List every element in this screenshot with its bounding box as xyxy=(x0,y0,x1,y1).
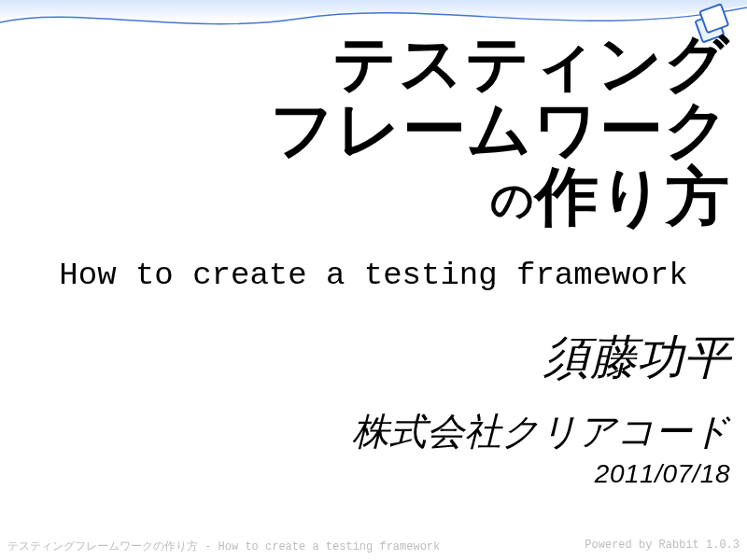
slide-footer: テスティングフレームワークの作り方 - How to create a test… xyxy=(0,539,747,556)
footer-right-text: Powered by Rabbit 1.0.3 xyxy=(585,539,740,554)
title-line-1: テスティング xyxy=(17,30,730,96)
title-particle-no: の xyxy=(490,175,535,224)
subtitle-english: How to create a testing framework xyxy=(17,258,730,293)
author-name: 須藤功平 xyxy=(17,327,730,389)
company-name: 株式会社クリアコード xyxy=(17,406,730,457)
title-line-3-rest: 作り方 xyxy=(535,161,730,231)
title-japanese: テスティング フレームワーク の作り方 xyxy=(17,30,730,230)
footer-left-text: テスティングフレームワークの作り方 - How to create a test… xyxy=(7,539,440,554)
title-line-2: フレームワーク xyxy=(17,96,730,162)
presentation-date: 2011/07/18 xyxy=(17,459,730,489)
slide-title-page: テスティング フレームワーク の作り方 How to create a test… xyxy=(0,0,747,534)
title-line-3: の作り方 xyxy=(17,163,730,230)
